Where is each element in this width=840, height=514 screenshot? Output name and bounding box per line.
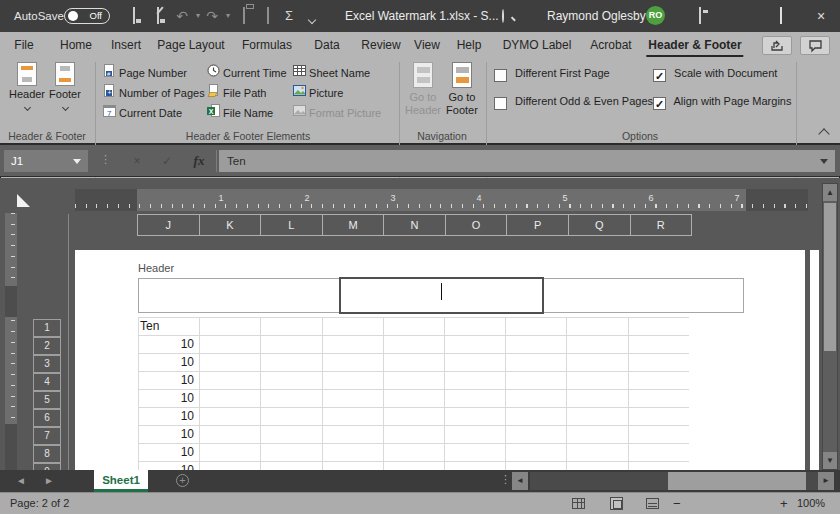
sheet-tab-sheet1[interactable]: Sheet1	[94, 470, 148, 492]
column-header-m[interactable]: M	[323, 215, 385, 235]
row-header-8[interactable]: 8	[33, 445, 61, 463]
checkbox-icon[interactable]: ✓	[494, 69, 507, 82]
checkbox-icon[interactable]: ✓	[653, 97, 666, 110]
new-sheet-icon[interactable]: +	[176, 474, 189, 487]
current-time-button[interactable]: Current Time	[207, 64, 287, 80]
ribbon-display-options-icon[interactable]	[683, 0, 717, 32]
column-header-p[interactable]: P	[507, 215, 569, 235]
vertical-scrollbar-thumb[interactable]	[824, 203, 836, 351]
formula-input[interactable]: Ten	[219, 150, 835, 172]
page-break-view-icon[interactable]	[646, 497, 660, 511]
page-number-button[interactable]: # Page Number	[103, 64, 187, 80]
zoom-in-icon[interactable]: +	[780, 493, 788, 514]
go-to-footer-button[interactable]: Go to Footer	[443, 62, 481, 117]
cell-j9[interactable]: 10	[138, 462, 197, 470]
tab-home[interactable]: Home	[60, 32, 92, 58]
tab-view[interactable]: View	[414, 32, 440, 58]
cell-j3[interactable]: 10	[138, 354, 197, 371]
scroll-up-icon[interactable]: ▲	[823, 184, 837, 201]
header-button[interactable]: Header	[8, 60, 46, 124]
print-preview-icon[interactable]	[260, 8, 276, 24]
zoom-level[interactable]: 100%	[797, 493, 825, 514]
formula-bar-dots-icon[interactable]: ⋮	[100, 153, 111, 166]
sheet-prev-icon[interactable]: ◄	[16, 470, 26, 492]
column-header-j[interactable]: J	[138, 215, 200, 235]
column-header-q[interactable]: Q	[569, 215, 631, 235]
cell-j7[interactable]: 10	[138, 426, 197, 443]
tab-formulas[interactable]: Formulas	[242, 32, 292, 58]
hscroll-left-icon[interactable]: ◄	[512, 472, 528, 490]
cell-j8[interactable]: 10	[138, 444, 197, 461]
name-box[interactable]: J1	[4, 150, 88, 172]
tab-insert[interactable]: Insert	[111, 32, 141, 58]
print-icon[interactable]	[236, 8, 252, 24]
cell-j2[interactable]: 10	[138, 336, 197, 353]
user-avatar-badge[interactable]: RO	[646, 6, 665, 25]
user-name[interactable]: Raymond Oglesby	[547, 0, 646, 32]
redo-icon[interactable]: ↷	[204, 8, 220, 24]
row-header-3[interactable]: 3	[33, 355, 61, 373]
column-header-r[interactable]: R	[631, 215, 692, 235]
current-date-button[interactable]: 7 Current Date	[103, 104, 182, 120]
different-first-page-checkbox[interactable]: ✓ Different First Page	[494, 66, 610, 80]
cell-grid[interactable]	[138, 317, 689, 470]
row-header-2[interactable]: 2	[33, 337, 61, 355]
row-header-7[interactable]: 7	[33, 427, 61, 445]
horizontal-scrollbar-thumb[interactable]	[668, 472, 806, 490]
checkbox-icon[interactable]: ✓	[653, 69, 666, 82]
comments-button[interactable]	[800, 36, 830, 55]
picture-button[interactable]: Picture	[293, 84, 343, 100]
tab-data[interactable]: Data	[314, 32, 339, 58]
footer-button[interactable]: Footer	[46, 60, 84, 124]
row-header-6[interactable]: 6	[33, 409, 61, 427]
column-header-l[interactable]: L	[261, 215, 323, 235]
sheet-next-icon[interactable]: ►	[44, 470, 54, 492]
row-header-9[interactable]: 9	[33, 463, 61, 470]
expand-formula-bar-icon[interactable]	[820, 159, 828, 164]
normal-view-icon[interactable]	[572, 497, 586, 511]
tab-header-footer[interactable]: Header & Footer	[648, 32, 741, 58]
row-header-4[interactable]: 4	[33, 373, 61, 391]
tab-acrobat[interactable]: Acrobat	[590, 32, 631, 58]
save-as-icon[interactable]	[150, 8, 166, 24]
save-icon[interactable]	[126, 8, 142, 24]
close-button[interactable]: ×	[804, 0, 838, 32]
tab-help[interactable]: Help	[457, 32, 482, 58]
number-of-pages-button[interactable]: + Number of Pages	[103, 84, 205, 100]
scroll-down-icon[interactable]: ▼	[823, 452, 837, 469]
vertical-scrollbar[interactable]: ▲ ▼	[822, 183, 838, 470]
autosum-icon[interactable]: Σ	[281, 8, 297, 24]
row-header-1[interactable]: 1	[33, 319, 61, 337]
name-box-dropdown-icon[interactable]	[73, 159, 81, 164]
maximize-button[interactable]	[764, 0, 798, 32]
autosave-toggle[interactable]: Off	[64, 8, 110, 24]
tab-page-layout[interactable]: Page Layout	[157, 32, 224, 58]
insert-function-icon[interactable]: fx	[188, 150, 210, 172]
tab-dymo-label[interactable]: DYMO Label	[503, 32, 572, 58]
undo-icon[interactable]: ↶	[174, 8, 190, 24]
zoom-out-icon[interactable]: −	[673, 493, 681, 514]
hscroll-right-icon[interactable]: ►	[818, 472, 834, 490]
file-name-button[interactable]: X File Name	[207, 104, 273, 120]
checkbox-icon[interactable]: ✓	[494, 97, 507, 110]
cell-j4[interactable]: 10	[138, 372, 197, 389]
collapse-ribbon-icon[interactable]	[818, 128, 829, 139]
cell-j6[interactable]: 10	[138, 408, 197, 425]
column-header-n[interactable]: N	[384, 215, 446, 235]
tab-bar-dots-icon[interactable]: ⋮	[500, 473, 511, 486]
share-button[interactable]	[762, 36, 792, 55]
scale-with-document-checkbox[interactable]: ✓ Scale with Document	[653, 66, 777, 80]
column-header-k[interactable]: K	[200, 215, 262, 235]
file-path-button[interactable]: File Path	[207, 84, 266, 100]
different-odd-even-pages-checkbox[interactable]: ✓ Different Odd & Even Pages	[494, 94, 653, 108]
select-all-icon[interactable]	[17, 194, 30, 207]
page-layout-view-icon[interactable]	[610, 497, 624, 511]
search-icon[interactable]	[502, 10, 504, 22]
qat-customize-icon[interactable]	[304, 11, 320, 27]
cell-j5[interactable]: 10	[138, 390, 197, 407]
cell-j1[interactable]: Ten	[140, 318, 199, 335]
tab-file[interactable]: File	[14, 32, 33, 58]
tab-review[interactable]: Review	[361, 32, 400, 58]
minimize-button[interactable]	[724, 0, 758, 32]
align-with-page-margins-checkbox[interactable]: ✓ Align with Page Margins	[653, 94, 791, 108]
